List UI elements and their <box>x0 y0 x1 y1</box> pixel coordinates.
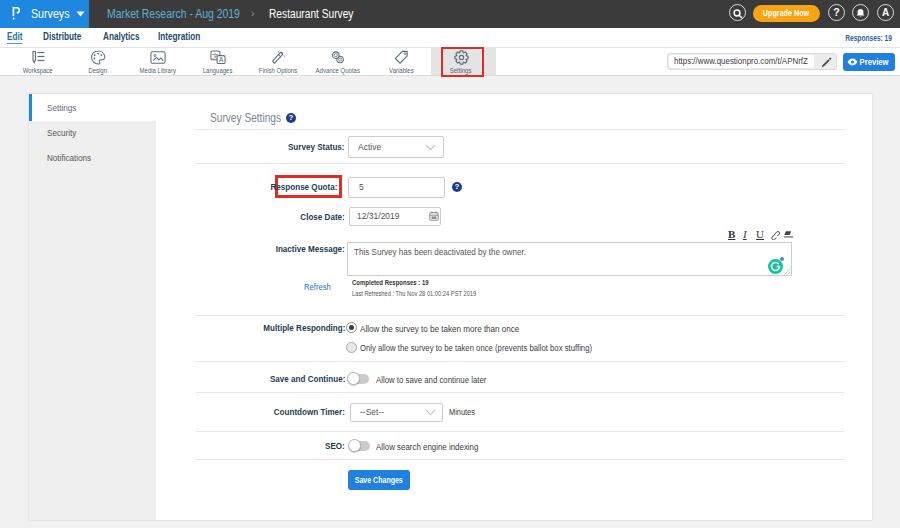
svg-text:A: A <box>219 56 224 63</box>
